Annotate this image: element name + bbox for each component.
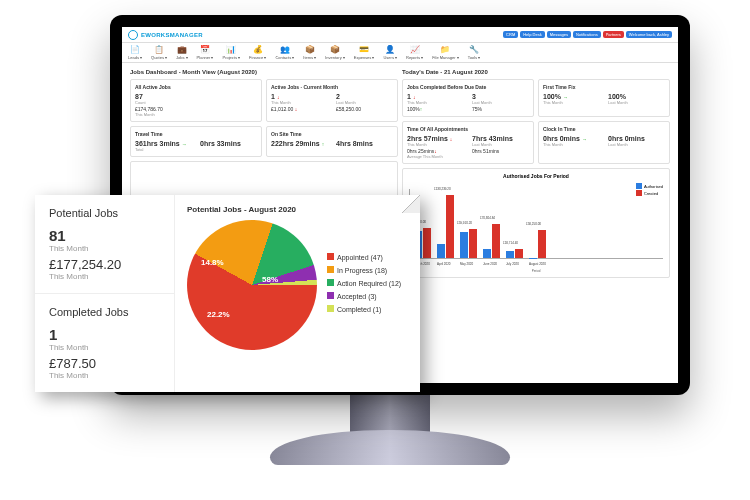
dashboard-right-col: Today's Date - 21 August 2020 Jobs Compl…	[402, 69, 670, 291]
card-clock-in[interactable]: Clock In Time 0hrs 0mins→This Month 0hrs…	[538, 121, 670, 164]
toolbar-planner[interactable]: 📅Planner ▾	[197, 45, 214, 60]
toolbar-contacts[interactable]: 👥Contacts ▾	[275, 45, 294, 60]
toolbar-quotes[interactable]: 📋Quotes ▾	[151, 45, 167, 60]
top-badges: CRMHelp DeskMessagesNotificationsPartner…	[503, 31, 672, 38]
toolbar-icon: 💼	[177, 45, 187, 54]
toolbar-label: Users ▾	[383, 55, 397, 60]
legend-swatch	[327, 279, 334, 286]
toolbar-label: File Manager ▾	[432, 55, 458, 60]
toolbar-icon: 💰	[253, 45, 263, 54]
stat-sub: Total	[135, 147, 192, 152]
pie-legend-item: Action Required (12)	[327, 279, 401, 289]
toolbar-label: Quotes ▾	[151, 55, 167, 60]
arrow-down-icon: ↓	[413, 94, 416, 100]
toolbar-jobs[interactable]: 💼Jobs ▾	[176, 45, 188, 60]
bar-label: £58,250.00	[526, 222, 541, 226]
top-badge[interactable]: Help Desk	[520, 31, 544, 38]
toolbar-icon: 📅	[200, 45, 210, 54]
card-onsite-time[interactable]: On Site Time 222hrs 29mins↑ 4hrs 8mins	[266, 126, 398, 157]
top-badge[interactable]: Notifications	[573, 31, 601, 38]
stat-value: 3	[472, 93, 529, 100]
stat-sub: Last Month	[608, 100, 665, 105]
chart-xlabel: Period	[409, 269, 663, 273]
legend-swatch	[636, 190, 642, 196]
stat-money: 100%	[407, 106, 420, 112]
stat-sub: This Month	[135, 112, 257, 117]
stat-money: £787.50	[49, 356, 160, 371]
bar-created	[446, 195, 454, 258]
stat-value: 100%	[608, 93, 665, 100]
chart-legend: Authorised Created	[636, 183, 663, 197]
card-travel-time[interactable]: Travel Time 361hrs 3mins→Total 0hrs 33mi…	[130, 126, 262, 157]
toolbar-finance[interactable]: 💰Finance ▾	[249, 45, 266, 60]
arrow-down-icon: ↓	[295, 106, 298, 112]
top-badge[interactable]: CRM	[503, 31, 518, 38]
stat-sub: Last Month	[608, 142, 665, 147]
stat-money: £1,012.00	[271, 106, 293, 112]
pie-slice-label: 22.2%	[207, 310, 230, 319]
bar-created	[423, 228, 431, 258]
arrow-up-icon: ↑	[420, 106, 423, 112]
bar-created	[492, 224, 500, 258]
card-active-current[interactable]: Active Jobs - Current Month 1↓ This Mont…	[266, 79, 398, 122]
toolbar-icon: 📄	[130, 45, 140, 54]
overlay-right: Potential Jobs - August 2020 58% 22.2% 1…	[175, 195, 420, 392]
stat-sub: This Month	[49, 343, 160, 352]
toolbar-leads[interactable]: 📄Leads ▾	[128, 45, 142, 60]
toolbar-label: Finance ▾	[249, 55, 266, 60]
bar-category: May 2020	[460, 262, 473, 266]
stat-value: 0hrs 0mins	[608, 135, 665, 142]
bar-category: July 2020	[506, 262, 519, 266]
toolbar-tools[interactable]: 🔧Tools ▾	[468, 45, 480, 60]
bar-group: £130,239.20April 2020	[437, 195, 454, 258]
toolbar-items[interactable]: 📦Items ▾	[303, 45, 316, 60]
brand-text: EWORKSMANAGER	[141, 32, 203, 38]
legend-label: Completed (1)	[337, 306, 381, 313]
stat-sub: This Month	[543, 100, 600, 105]
toolbar-inventory[interactable]: 📦Inventory ▾	[325, 45, 345, 60]
toolbar-users[interactable]: 👤Users ▾	[383, 45, 397, 60]
chart-bars: £61,420.00March 2020£130,239.20April 202…	[409, 189, 663, 259]
stat-value: 0hrs 33mins	[200, 140, 257, 147]
bar-category: April 2020	[437, 262, 451, 266]
stat-sub: Last Month	[472, 142, 529, 147]
stat-value: 0hrs 0mins	[543, 135, 580, 142]
bar-category: August 2020	[529, 262, 546, 266]
overlay-left: Potential Jobs 81 This Month £177,254.20…	[35, 195, 175, 392]
legend-label: Authorised	[644, 184, 663, 189]
legend-label: In Progress (18)	[337, 267, 387, 274]
topbar: EWORKSMANAGER CRMHelp DeskMessagesNotifi…	[122, 27, 678, 43]
toolbar-label: Items ▾	[303, 55, 316, 60]
card-first-fix[interactable]: First Time Fix 100%→This Month 100%Last …	[538, 79, 670, 117]
top-badge[interactable]: Messages	[547, 31, 571, 38]
overlay-potential-jobs[interactable]: Potential Jobs 81 This Month £177,254.20…	[35, 195, 174, 294]
brand-logo[interactable]: EWORKSMANAGER	[128, 30, 203, 40]
right-section-title: Today's Date - 21 August 2020	[402, 69, 670, 75]
top-badge[interactable]: Welcome back, Ashley	[626, 31, 672, 38]
top-badge[interactable]: Partners	[603, 31, 624, 38]
main-toolbar: 📄Leads ▾📋Quotes ▾💼Jobs ▾📅Planner ▾📊Proje…	[122, 43, 678, 63]
stat-value: 100%	[543, 93, 561, 100]
bar-created	[538, 230, 546, 258]
toolbar-icon: 🔧	[469, 45, 479, 54]
toolbar-reports[interactable]: 📈Reports ▾	[406, 45, 423, 60]
bar-label: £18,714.40	[503, 241, 518, 245]
overlay-panel: Potential Jobs 81 This Month £177,254.20…	[35, 195, 420, 392]
overlay-completed-jobs[interactable]: Completed Jobs 1 This Month £787.50 This…	[35, 294, 174, 392]
card-title: All Active Jobs	[135, 84, 257, 90]
card-all-active-jobs[interactable]: All Active Jobs 87 Count £174,786.70 Thi…	[130, 79, 262, 122]
bar-created	[515, 249, 523, 258]
toolbar-expenses[interactable]: 💳Expenses ▾	[354, 45, 375, 60]
toolbar-file-manager[interactable]: 📁File Manager ▾	[432, 45, 458, 60]
toolbar-label: Planner ▾	[197, 55, 214, 60]
arrow-up-icon: ↑	[322, 141, 325, 147]
bar-authorised	[460, 232, 468, 258]
stat-value: 1	[407, 93, 411, 100]
pie-legend-item: Accepted (3)	[327, 292, 401, 302]
toolbar-projects[interactable]: 📊Projects ▾	[223, 45, 241, 60]
card-all-appointments[interactable]: Time Of All Appointments 2hrs 57mins↓Thi…	[402, 121, 534, 164]
legend-swatch	[327, 266, 334, 273]
card-before-due[interactable]: Jobs Completed Before Due Date 1↓This Mo…	[402, 79, 534, 117]
stat-sub: This Month	[407, 100, 464, 105]
legend-label: Action Required (12)	[337, 280, 401, 287]
